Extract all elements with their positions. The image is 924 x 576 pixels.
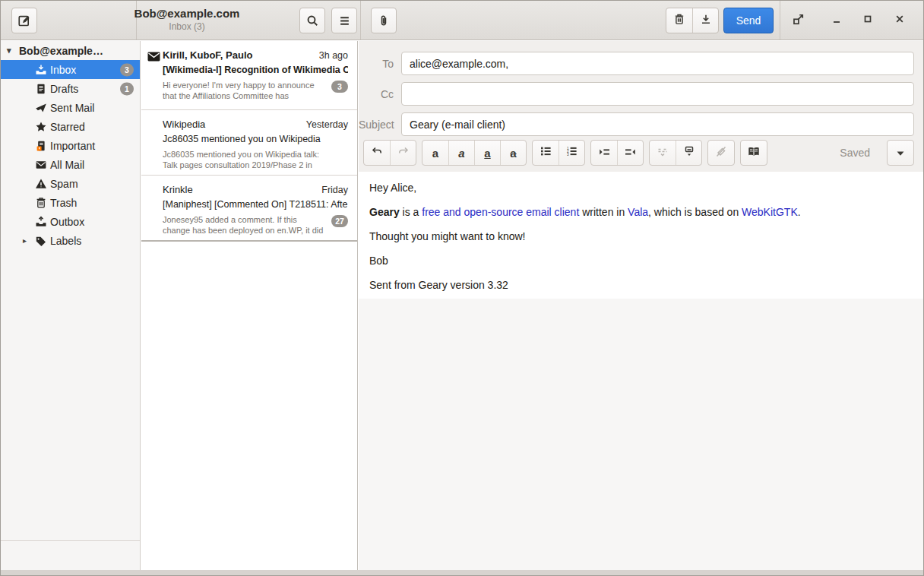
composer-body-editor[interactable]: Hey Alice, Geary is a free and open-sour…	[359, 172, 923, 299]
account-row[interactable]: ▾ Bob@example…	[1, 41, 140, 60]
italic-button[interactable]: a	[448, 141, 474, 165]
conversation-count-badge: 27	[331, 215, 348, 227]
sidebar-item-label: Spam	[50, 178, 78, 190]
sidebar-bottom-divider	[1, 540, 140, 541]
search-button[interactable]	[299, 8, 325, 33]
sidebar-item-all-mail[interactable]: All Mail	[1, 155, 140, 174]
trash-icon	[673, 13, 685, 29]
sidebar-item-label: Outbox	[50, 216, 84, 228]
account-expander-icon[interactable]: ▾	[7, 46, 19, 55]
underline-icon: a	[484, 147, 490, 159]
attach-file-button[interactable]	[371, 8, 397, 33]
underline-button[interactable]: a	[474, 141, 500, 165]
cc-label: Cc	[359, 88, 401, 100]
body-paragraph: Bob	[369, 254, 913, 268]
link-vala[interactable]: Vala	[628, 206, 648, 218]
drafts-count-badge: 1	[120, 82, 134, 95]
sidebar-item-label: Drafts	[50, 83, 78, 95]
bulleted-list-icon	[540, 146, 552, 160]
strikethrough-button[interactable]: a	[500, 141, 526, 165]
sidebar-item-inbox[interactable]: Inbox 3	[1, 60, 140, 79]
sidebar-item-label: Inbox	[50, 64, 76, 76]
save-draft-button[interactable]	[692, 8, 718, 33]
save-draft-icon	[700, 13, 712, 29]
window-subtitle: Inbox (3)	[115, 21, 259, 33]
link-webkitgtk[interactable]: WebKitGTK	[742, 206, 798, 218]
body-paragraph: Hey Alice,	[369, 181, 913, 195]
trash-icon	[35, 197, 48, 209]
font-color-group	[649, 140, 702, 166]
conversation-sender: Krinkle	[163, 184, 315, 195]
detach-icon	[792, 13, 805, 29]
indent-group	[590, 140, 644, 166]
sidebar-item-sent[interactable]: Sent Mail	[1, 98, 140, 117]
list-group: 123	[532, 140, 585, 166]
sidebar-item-drafts[interactable]: Drafts 1	[1, 79, 140, 98]
headerbar-separator	[780, 1, 780, 40]
minimize-button[interactable]	[824, 8, 850, 33]
to-field[interactable]	[401, 52, 914, 75]
maximize-button[interactable]	[855, 8, 881, 33]
link-free-open-source[interactable]: free and open-source email client	[422, 206, 579, 218]
conversation-date: Yesterday	[306, 119, 348, 130]
detach-composer-button[interactable]	[785, 8, 811, 33]
sidebar-item-outbox[interactable]: Outbox	[1, 212, 140, 231]
indent-less-button[interactable]	[617, 141, 643, 165]
conversation-sender: Wikipedia	[163, 119, 300, 130]
conversation-list: Kirill, KuboF, Paulo 3h ago [Wikimedia-l…	[141, 41, 358, 570]
sidebar-item-labels[interactable]: ▸ Labels	[1, 231, 140, 250]
cc-field[interactable]	[401, 82, 914, 106]
sidebar-item-trash[interactable]: Trash	[1, 193, 140, 212]
numbered-list-button[interactable]: 123	[559, 141, 584, 165]
conversation-subject: Jc86035 mentioned you on Wikipedia	[163, 134, 348, 144]
conversation-item[interactable]: Krinkle Friday [Maniphest] [Commented On…	[141, 175, 357, 240]
undo-icon	[371, 146, 383, 160]
compose-button[interactable]	[11, 8, 37, 33]
conversation-date: Friday	[321, 185, 348, 195]
bold-button[interactable]: a	[422, 141, 448, 165]
compose-icon	[17, 14, 31, 27]
font-icon	[657, 146, 669, 160]
headerbar-separator	[360, 1, 361, 40]
bold-icon: a	[432, 147, 438, 159]
menu-icon	[339, 16, 350, 26]
sent-icon	[35, 102, 48, 114]
remove-formatting-button[interactable]	[708, 141, 734, 165]
sidebar-item-starred[interactable]: Starred	[1, 117, 140, 136]
unread-envelope-icon	[147, 51, 160, 65]
discard-draft-button[interactable]	[666, 8, 692, 33]
main-menu-button[interactable]	[331, 8, 357, 33]
labels-expander-icon[interactable]: ▸	[23, 236, 27, 245]
font-button[interactable]	[650, 141, 676, 165]
numbered-list-icon: 123	[566, 146, 578, 160]
headerbar: Bob@example.com Inbox (3)	[1, 1, 923, 40]
body-paragraph: Geary is a free and open-source email cl…	[369, 205, 913, 220]
send-button[interactable]: Send	[723, 8, 774, 33]
sidebar-item-important[interactable]: Important	[1, 136, 140, 155]
open-book-button[interactable]	[741, 141, 767, 165]
sidebar-item-spam[interactable]: Spam	[1, 174, 140, 193]
minimize-icon	[831, 14, 842, 27]
close-icon	[894, 14, 905, 27]
subject-field[interactable]	[401, 112, 914, 136]
more-options-single	[887, 140, 914, 166]
indent-more-button[interactable]	[591, 141, 617, 165]
indent-less-icon	[625, 146, 636, 160]
more-options-button[interactable]	[888, 141, 913, 165]
undo-button[interactable]	[364, 141, 390, 165]
conversation-item[interactable]: Kirill, KuboF, Paulo 3h ago [Wikimedia-l…	[141, 41, 357, 109]
close-button[interactable]	[887, 8, 913, 33]
folder-sidebar: ▾ Bob@example… Inbox 3 Drafts 1 Sent Mai…	[1, 41, 141, 570]
conversation-item[interactable]: Wikipedia Yesterday Jc86035 mentioned yo…	[141, 109, 357, 175]
remove-format-single	[707, 140, 735, 166]
font-color-button[interactable]	[676, 141, 701, 165]
bold-text: Geary	[369, 206, 400, 218]
conversation-subject: [Maniphest] [Commented On] T218511: Afte…	[163, 199, 348, 210]
undo-redo-group	[363, 140, 416, 166]
chevron-down-icon	[896, 146, 905, 160]
bulleted-list-button[interactable]	[533, 141, 559, 165]
format-toolbar: a a a a	[363, 140, 914, 166]
redo-button[interactable]	[390, 141, 416, 165]
inbox-icon	[35, 64, 48, 76]
font-color-icon	[683, 146, 695, 160]
